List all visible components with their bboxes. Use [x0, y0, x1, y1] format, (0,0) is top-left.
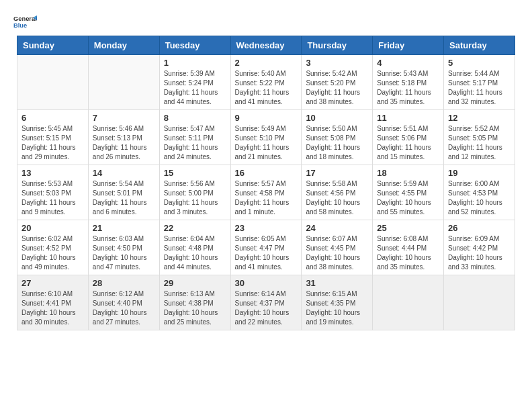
calendar-cell [88, 55, 159, 110]
day-number: 17 [306, 168, 368, 178]
day-number: 11 [377, 113, 439, 123]
day-header-sunday: Sunday [17, 36, 89, 55]
day-detail: Sunrise: 5:46 AMSunset: 5:13 PMDaylight:… [93, 124, 155, 162]
calendar-cell [444, 275, 515, 330]
day-number: 13 [21, 168, 84, 178]
calendar-cell: 3Sunrise: 5:42 AMSunset: 5:20 PMDaylight… [302, 55, 373, 110]
day-number: 12 [448, 113, 511, 123]
day-header-saturday: Saturday [444, 36, 515, 55]
day-detail: Sunrise: 6:04 AMSunset: 4:48 PMDaylight:… [164, 234, 226, 272]
day-number: 7 [93, 113, 155, 123]
day-number: 31 [306, 278, 368, 288]
day-number: 2 [235, 58, 298, 68]
day-number: 28 [93, 278, 155, 288]
day-detail: Sunrise: 6:07 AMSunset: 4:45 PMDaylight:… [306, 234, 368, 272]
calendar-cell: 16Sunrise: 5:57 AMSunset: 4:58 PMDayligh… [230, 165, 302, 220]
day-header-monday: Monday [88, 36, 159, 55]
day-detail: Sunrise: 5:53 AMSunset: 5:03 PMDaylight:… [21, 179, 84, 217]
day-number: 5 [448, 58, 511, 68]
day-detail: Sunrise: 6:12 AMSunset: 4:40 PMDaylight:… [93, 289, 155, 327]
calendar-cell: 2Sunrise: 5:40 AMSunset: 5:22 PMDaylight… [230, 55, 302, 110]
day-number: 1 [164, 58, 226, 68]
day-number: 8 [164, 113, 226, 123]
calendar-table: SundayMondayTuesdayWednesdayThursdayFrid… [17, 36, 515, 330]
day-detail: Sunrise: 5:47 AMSunset: 5:11 PMDaylight:… [164, 124, 226, 162]
day-number: 19 [448, 168, 511, 178]
calendar-cell: 31Sunrise: 6:15 AMSunset: 4:35 PMDayligh… [302, 275, 373, 330]
day-number: 4 [377, 58, 439, 68]
day-number: 25 [377, 223, 439, 233]
day-detail: Sunrise: 5:43 AMSunset: 5:18 PMDaylight:… [377, 69, 439, 107]
calendar-cell: 19Sunrise: 6:00 AMSunset: 4:53 PMDayligh… [444, 165, 515, 220]
calendar-cell: 21Sunrise: 6:03 AMSunset: 4:50 PMDayligh… [88, 220, 159, 275]
day-detail: Sunrise: 6:02 AMSunset: 4:52 PMDaylight:… [21, 234, 84, 272]
calendar-cell: 4Sunrise: 5:43 AMSunset: 5:18 PMDaylight… [373, 55, 444, 110]
day-detail: Sunrise: 5:42 AMSunset: 5:20 PMDaylight:… [306, 69, 368, 107]
logo-icon: General Blue [13, 13, 37, 30]
calendar-cell: 28Sunrise: 6:12 AMSunset: 4:40 PMDayligh… [88, 275, 159, 330]
day-number: 22 [164, 223, 226, 233]
day-header-thursday: Thursday [302, 36, 373, 55]
day-number: 30 [235, 278, 298, 288]
calendar-cell: 25Sunrise: 6:08 AMSunset: 4:44 PMDayligh… [373, 220, 444, 275]
day-detail: Sunrise: 5:56 AMSunset: 5:00 PMDaylight:… [164, 179, 226, 217]
calendar-cell: 5Sunrise: 5:44 AMSunset: 5:17 PMDaylight… [444, 55, 515, 110]
day-number: 21 [93, 223, 155, 233]
svg-text:Blue: Blue [13, 22, 27, 29]
calendar-cell: 26Sunrise: 6:09 AMSunset: 4:42 PMDayligh… [444, 220, 515, 275]
day-number: 27 [21, 278, 84, 288]
day-number: 6 [21, 113, 84, 123]
day-detail: Sunrise: 5:52 AMSunset: 5:05 PMDaylight:… [448, 124, 511, 162]
calendar-cell: 13Sunrise: 5:53 AMSunset: 5:03 PMDayligh… [17, 165, 89, 220]
day-detail: Sunrise: 5:59 AMSunset: 4:55 PMDaylight:… [377, 179, 439, 217]
calendar-cell: 30Sunrise: 6:14 AMSunset: 4:37 PMDayligh… [230, 275, 302, 330]
day-number: 10 [306, 113, 368, 123]
day-number: 15 [164, 168, 226, 178]
day-detail: Sunrise: 6:13 AMSunset: 4:38 PMDaylight:… [164, 289, 226, 327]
day-number: 16 [235, 168, 298, 178]
day-detail: Sunrise: 6:14 AMSunset: 4:37 PMDaylight:… [235, 289, 298, 327]
day-detail: Sunrise: 5:57 AMSunset: 4:58 PMDaylight:… [235, 179, 298, 217]
day-header-wednesday: Wednesday [230, 36, 302, 55]
day-detail: Sunrise: 6:05 AMSunset: 4:47 PMDaylight:… [235, 234, 298, 272]
day-number: 3 [306, 58, 368, 68]
logo: General Blue [13, 13, 37, 30]
calendar-cell: 17Sunrise: 5:58 AMSunset: 4:56 PMDayligh… [302, 165, 373, 220]
day-number: 23 [235, 223, 298, 233]
calendar-cell: 22Sunrise: 6:04 AMSunset: 4:48 PMDayligh… [159, 220, 230, 275]
day-number: 24 [306, 223, 368, 233]
day-detail: Sunrise: 6:00 AMSunset: 4:53 PMDaylight:… [448, 179, 511, 217]
day-detail: Sunrise: 5:40 AMSunset: 5:22 PMDaylight:… [235, 69, 298, 107]
day-number: 18 [377, 168, 439, 178]
day-number: 9 [235, 113, 298, 123]
calendar-cell: 18Sunrise: 5:59 AMSunset: 4:55 PMDayligh… [373, 165, 444, 220]
day-detail: Sunrise: 5:44 AMSunset: 5:17 PMDaylight:… [448, 69, 511, 107]
day-header-tuesday: Tuesday [159, 36, 230, 55]
day-detail: Sunrise: 6:03 AMSunset: 4:50 PMDaylight:… [93, 234, 155, 272]
calendar-cell: 10Sunrise: 5:50 AMSunset: 5:08 PMDayligh… [302, 110, 373, 165]
day-detail: Sunrise: 5:39 AMSunset: 5:24 PMDaylight:… [164, 69, 226, 107]
day-detail: Sunrise: 6:10 AMSunset: 4:41 PMDaylight:… [21, 289, 84, 327]
day-detail: Sunrise: 5:50 AMSunset: 5:08 PMDaylight:… [306, 124, 368, 162]
calendar-cell: 7Sunrise: 5:46 AMSunset: 5:13 PMDaylight… [88, 110, 159, 165]
calendar-cell: 6Sunrise: 5:45 AMSunset: 5:15 PMDaylight… [17, 110, 89, 165]
calendar-cell: 9Sunrise: 5:49 AMSunset: 5:10 PMDaylight… [230, 110, 302, 165]
day-header-friday: Friday [373, 36, 444, 55]
day-detail: Sunrise: 5:51 AMSunset: 5:06 PMDaylight:… [377, 124, 439, 162]
day-number: 29 [164, 278, 226, 288]
calendar-cell: 29Sunrise: 6:13 AMSunset: 4:38 PMDayligh… [159, 275, 230, 330]
day-detail: Sunrise: 5:58 AMSunset: 4:56 PMDaylight:… [306, 179, 368, 217]
calendar-cell [17, 55, 89, 110]
calendar-cell: 1Sunrise: 5:39 AMSunset: 5:24 PMDaylight… [159, 55, 230, 110]
calendar-cell [373, 275, 444, 330]
day-number: 26 [448, 223, 511, 233]
calendar-cell: 12Sunrise: 5:52 AMSunset: 5:05 PMDayligh… [444, 110, 515, 165]
calendar-cell: 20Sunrise: 6:02 AMSunset: 4:52 PMDayligh… [17, 220, 89, 275]
calendar-cell: 8Sunrise: 5:47 AMSunset: 5:11 PMDaylight… [159, 110, 230, 165]
day-detail: Sunrise: 5:49 AMSunset: 5:10 PMDaylight:… [235, 124, 298, 162]
calendar-cell: 24Sunrise: 6:07 AMSunset: 4:45 PMDayligh… [302, 220, 373, 275]
calendar-cell: 15Sunrise: 5:56 AMSunset: 5:00 PMDayligh… [159, 165, 230, 220]
day-detail: Sunrise: 6:15 AMSunset: 4:35 PMDaylight:… [306, 289, 368, 327]
day-detail: Sunrise: 5:45 AMSunset: 5:15 PMDaylight:… [21, 124, 84, 162]
calendar-cell: 27Sunrise: 6:10 AMSunset: 4:41 PMDayligh… [17, 275, 89, 330]
